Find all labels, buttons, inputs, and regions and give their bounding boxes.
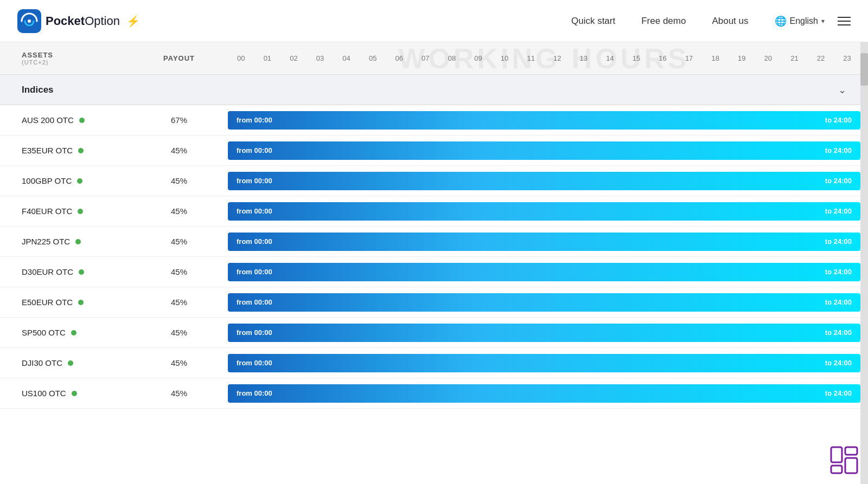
asset-name-col: SP500 OTC: [0, 328, 130, 337]
time-bar: from 00:00 to 24:00: [228, 324, 860, 342]
payout-column-header: PAYOUT: [130, 54, 228, 62]
section-collapse-button[interactable]: ⌄: [838, 84, 846, 96]
time-bar: from 00:00 to 24:00: [228, 354, 860, 372]
lightning-icon: ⚡: [126, 15, 140, 28]
time-bar: from 00:00 to 24:00: [228, 202, 860, 221]
asset-name: F40EUR OTC: [22, 206, 72, 216]
hour-label: 15: [623, 54, 650, 62]
asset-name: JPN225 OTC: [22, 237, 70, 246]
asset-name: E50EUR OTC: [22, 298, 73, 307]
table-row[interactable]: US100 OTC 45% from 00:00 to 24:00: [0, 378, 868, 409]
hour-label: 01: [254, 54, 281, 62]
status-dot: [78, 209, 83, 214]
hour-label: 14: [597, 54, 623, 62]
bar-col[interactable]: from 00:00 to 24:00: [228, 202, 868, 221]
status-dot: [75, 239, 81, 244]
asset-name: SP500 OTC: [22, 328, 66, 337]
bar-from-label: from 00:00: [237, 207, 272, 215]
logo-text: PocketOption: [46, 14, 120, 28]
hour-label: 17: [676, 54, 703, 62]
table-header: ASSETS (UTC+2) PAYOUT WORKING HOURS 0001…: [0, 42, 868, 75]
status-dot: [79, 118, 85, 123]
payout-value: 45%: [130, 237, 228, 246]
table-row[interactable]: D30EUR OTC 45% from 00:00 to 24:00: [0, 257, 868, 287]
status-dot: [68, 360, 73, 366]
status-dot: [78, 148, 84, 153]
asset-name: US100 OTC: [22, 389, 66, 398]
table-row[interactable]: E50EUR OTC 45% from 00:00 to 24:00: [0, 287, 868, 318]
time-bar: from 00:00 to 24:00: [228, 111, 860, 130]
bar-col[interactable]: from 00:00 to 24:00: [228, 233, 868, 251]
table-row[interactable]: JPN225 OTC 45% from 00:00 to 24:00: [0, 227, 868, 257]
payout-value: 45%: [130, 206, 228, 216]
asset-name-col: 100GBP OTC: [0, 176, 130, 185]
hour-label: 23: [834, 54, 860, 62]
bar-to-label: to 24:00: [825, 116, 852, 124]
right-scrollbar[interactable]: [860, 42, 868, 409]
table-row[interactable]: DJI30 OTC 45% from 00:00 to 24:00: [0, 348, 868, 378]
hour-label: 19: [729, 54, 755, 62]
payout-value: 45%: [130, 328, 228, 337]
hour-label: 21: [781, 54, 808, 62]
bar-from-label: from 00:00: [237, 298, 272, 306]
table-row[interactable]: SP500 OTC 45% from 00:00 to 24:00: [0, 318, 868, 348]
logo-icon: [17, 9, 41, 33]
payout-value: 45%: [130, 176, 228, 185]
scrollbar-thumb[interactable]: [860, 53, 868, 86]
bar-col[interactable]: from 00:00 to 24:00: [228, 141, 868, 160]
status-dot: [77, 178, 82, 184]
hour-label: 11: [518, 54, 544, 62]
bar-col[interactable]: from 00:00 to 24:00: [228, 324, 868, 342]
asset-name: 100GBP OTC: [22, 176, 72, 185]
payout-value: 45%: [130, 267, 228, 276]
status-dot: [72, 391, 77, 396]
time-bar: from 00:00 to 24:00: [228, 384, 860, 403]
table-row[interactable]: 100GBP OTC 45% from 00:00 to 24:00: [0, 166, 868, 196]
bar-from-label: from 00:00: [237, 268, 272, 276]
bar-col[interactable]: from 00:00 to 24:00: [228, 293, 868, 312]
bar-col[interactable]: from 00:00 to 24:00: [228, 111, 868, 130]
bar-from-label: from 00:00: [237, 389, 272, 397]
table-row[interactable]: F40EUR OTC 45% from 00:00 to 24:00: [0, 196, 868, 227]
bar-col[interactable]: from 00:00 to 24:00: [228, 172, 868, 190]
hamburger-menu[interactable]: [838, 17, 851, 25]
hour-label: 16: [649, 54, 676, 62]
asset-name: D30EUR OTC: [22, 267, 73, 276]
hours-grid: WORKING HOURS 00010203040506070809101112…: [228, 54, 860, 62]
bar-to-label: to 24:00: [825, 389, 852, 397]
language-label: English: [790, 16, 818, 26]
bar-to-label: to 24:00: [825, 298, 852, 306]
hour-label: 12: [544, 54, 571, 62]
svg-point-1: [28, 20, 31, 23]
status-dot: [79, 269, 84, 275]
asset-name-col: JPN225 OTC: [0, 237, 130, 246]
language-selector[interactable]: 🌐 English ▾: [775, 15, 825, 27]
asset-name-col: DJI30 OTC: [0, 358, 130, 367]
asset-rows: AUS 200 OTC 67% from 00:00 to 24:00 E35E…: [0, 105, 868, 409]
table-row[interactable]: E35EUR OTC 45% from 00:00 to 24:00: [0, 135, 868, 166]
asset-name: DJI30 OTC: [22, 358, 62, 367]
status-dot: [71, 330, 76, 335]
table-row[interactable]: AUS 200 OTC 67% from 00:00 to 24:00: [0, 105, 868, 135]
hour-label: 05: [360, 54, 386, 62]
bar-col[interactable]: from 00:00 to 24:00: [228, 263, 868, 281]
nav-quick-start[interactable]: Quick start: [571, 16, 615, 27]
time-bar: from 00:00 to 24:00: [228, 233, 860, 251]
payout-value: 45%: [130, 358, 228, 367]
asset-name-col: F40EUR OTC: [0, 206, 130, 216]
asset-name-col: E35EUR OTC: [0, 146, 130, 155]
hour-label: 07: [412, 54, 439, 62]
hour-label: 10: [492, 54, 518, 62]
bar-to-label: to 24:00: [825, 146, 852, 154]
nav-free-demo[interactable]: Free demo: [641, 16, 686, 27]
bar-col[interactable]: from 00:00 to 24:00: [228, 354, 868, 372]
bar-from-label: from 00:00: [237, 328, 272, 337]
nav-about-us[interactable]: About us: [712, 16, 748, 27]
time-bar: from 00:00 to 24:00: [228, 172, 860, 190]
hour-label: 09: [465, 54, 492, 62]
hour-label: 04: [333, 54, 360, 62]
hour-label: 06: [386, 54, 412, 62]
bar-from-label: from 00:00: [237, 116, 272, 124]
asset-name: E35EUR OTC: [22, 146, 73, 155]
bar-col[interactable]: from 00:00 to 24:00: [228, 384, 868, 403]
